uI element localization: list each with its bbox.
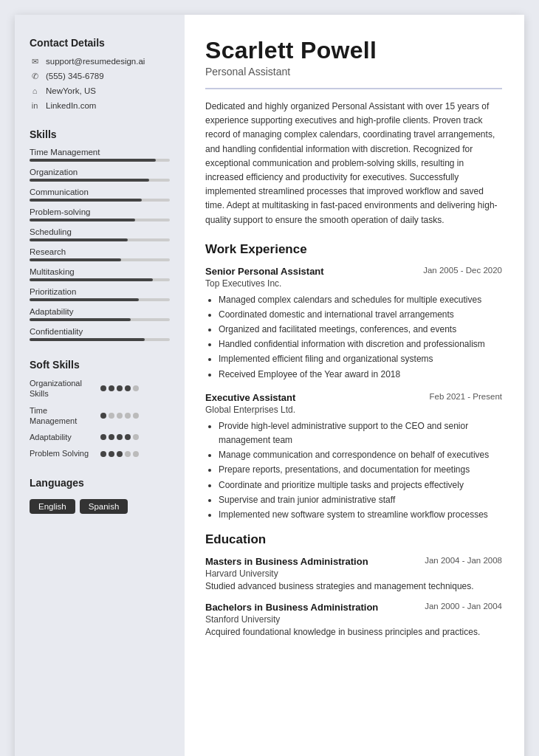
dot-filled xyxy=(109,385,114,391)
edu-date: Jan 2004 - Jan 2008 xyxy=(425,556,502,565)
main-content: Scarlett Powell Personal Assistant Dedic… xyxy=(185,15,524,756)
summary-text: Dedicated and highly organized Personal … xyxy=(205,100,502,227)
edu-date: Jan 2000 - Jan 2004 xyxy=(425,602,502,611)
skill-name: Research xyxy=(30,247,170,256)
soft-skill-name: Adaptability xyxy=(30,432,96,442)
skill-name: Scheduling xyxy=(30,227,170,236)
skill-bar-fill xyxy=(30,318,131,321)
edu-school: Stanford University xyxy=(205,614,502,625)
languages-list: EnglishSpanish xyxy=(30,496,170,514)
sidebar: Contact Details ✉ support@resumedesign.a… xyxy=(15,15,185,756)
soft-skills-section: Soft Skills Organizational SkillsTime Ma… xyxy=(30,359,170,459)
job-bullet: Coordinate and prioritize multiple tasks… xyxy=(219,478,502,492)
contact-phone: ✆ (555) 345-6789 xyxy=(30,71,170,81)
job-bullets: Managed complex calendars and schedules … xyxy=(205,293,502,382)
job-bullets: Provide high-level administrative suppor… xyxy=(205,419,502,522)
skill-name: Organization xyxy=(30,168,170,176)
skill-name: Adaptability xyxy=(30,307,170,316)
job-bullet: Organized and facilitated meetings, conf… xyxy=(219,323,502,337)
job-header: Senior Personal Assistant Jan 2005 - Dec… xyxy=(205,266,502,277)
dot-filled xyxy=(100,385,106,391)
candidate-name: Scarlett Powell xyxy=(205,37,502,64)
dot-filled xyxy=(117,385,123,391)
job-bullet: Manage communication and correspondence … xyxy=(219,448,502,462)
skills-section: Skills Time Management Organization Comm… xyxy=(30,128,170,341)
job-title: Senior Personal Assistant xyxy=(205,266,324,277)
soft-skill-dots xyxy=(100,413,139,419)
job-bullet: Implemented new software system to strea… xyxy=(219,508,502,522)
skill-item: Research xyxy=(30,247,170,261)
contact-email: ✉ support@resumedesign.ai xyxy=(30,56,170,66)
dot-empty xyxy=(133,451,139,457)
skill-bar-fill xyxy=(30,199,142,202)
skill-bar-bg xyxy=(30,179,170,182)
jobs-list: Senior Personal Assistant Jan 2005 - Dec… xyxy=(205,266,502,522)
skill-name: Communication xyxy=(30,188,170,196)
skill-item: Communication xyxy=(30,188,170,202)
soft-skill-name: Time Management xyxy=(30,405,96,427)
work-experience-title: Work Experience xyxy=(205,242,502,257)
edu-desc: Acquired foundational knowledge in busin… xyxy=(205,627,502,637)
skill-bar-fill xyxy=(30,298,139,301)
dot-empty xyxy=(117,413,123,419)
job-bullet: Provide high-level administrative suppor… xyxy=(219,419,502,447)
home-icon: ⌂ xyxy=(30,86,40,96)
dot-filled xyxy=(125,385,131,391)
job-title: Executive Assistant xyxy=(205,392,295,403)
skill-bar-bg xyxy=(30,258,170,261)
skill-bar-fill xyxy=(30,219,135,221)
skill-bar-fill xyxy=(30,238,128,241)
dot-filled xyxy=(109,451,114,457)
candidate-title: Personal Assistant xyxy=(205,66,502,78)
job-bullet: Handled confidential information with di… xyxy=(219,337,502,351)
linkedin-icon: in xyxy=(30,100,40,111)
dot-empty xyxy=(133,434,139,440)
languages-section: Languages EnglishSpanish xyxy=(30,477,170,514)
skill-bar-fill xyxy=(30,179,149,182)
skill-bar-bg xyxy=(30,278,170,281)
job-bullet: Implemented efficient filing and organiz… xyxy=(219,352,502,366)
edu-header: Bachelors in Business Administration Jan… xyxy=(205,602,502,613)
job-date: Jan 2005 - Dec 2020 xyxy=(423,266,502,275)
language-badge: Spanish xyxy=(80,499,128,514)
job-bullet: Prepare reports, presentations, and docu… xyxy=(219,463,502,477)
skill-name: Confidentiality xyxy=(30,327,170,336)
skill-bar-fill xyxy=(30,278,153,281)
job-bullet: Coordinated domestic and international t… xyxy=(219,308,502,322)
skill-bar-bg xyxy=(30,338,170,341)
soft-skill-dots xyxy=(100,385,139,391)
skill-bar-bg xyxy=(30,238,170,241)
skill-item: Scheduling xyxy=(30,227,170,241)
soft-skill-dots xyxy=(100,451,139,457)
skill-bar-fill xyxy=(30,258,121,261)
contact-title: Contact Details xyxy=(30,37,170,49)
skill-bar-bg xyxy=(30,159,170,162)
soft-skill-item: Adaptability xyxy=(30,432,170,442)
skill-item: Organization xyxy=(30,168,170,182)
edu-school: Harvard University xyxy=(205,568,502,579)
soft-skill-item: Time Management xyxy=(30,405,170,427)
dot-filled xyxy=(125,434,131,440)
dot-filled xyxy=(117,434,123,440)
dot-empty xyxy=(125,413,131,419)
edu-degree: Masters in Business Administration xyxy=(205,556,368,567)
soft-skill-item: Problem Solving xyxy=(30,448,170,458)
dot-filled xyxy=(100,413,106,419)
education-title: Education xyxy=(205,532,502,547)
skill-bar-fill xyxy=(30,338,145,341)
skill-name: Prioritization xyxy=(30,287,170,296)
language-badge: English xyxy=(30,499,75,514)
edu-header: Masters in Business Administration Jan 2… xyxy=(205,556,502,567)
dot-filled xyxy=(117,451,123,457)
skill-name: Time Management xyxy=(30,148,170,157)
contact-section: Contact Details ✉ support@resumedesign.a… xyxy=(30,37,170,111)
dot-filled xyxy=(109,434,114,440)
skill-item: Multitasking xyxy=(30,267,170,281)
education-list: Masters in Business Administration Jan 2… xyxy=(205,556,502,637)
soft-skill-item: Organizational Skills xyxy=(30,378,170,399)
skill-item: Time Management xyxy=(30,148,170,162)
skill-item: Problem-solving xyxy=(30,207,170,221)
skill-bar-fill xyxy=(30,159,156,162)
dot-filled xyxy=(100,434,106,440)
edu-entry: Bachelors in Business Administration Jan… xyxy=(205,602,502,637)
